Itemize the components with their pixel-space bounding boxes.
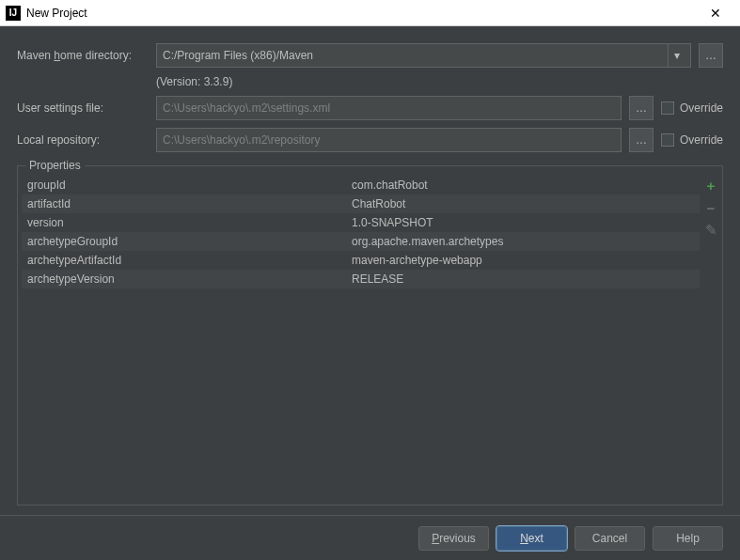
prop-val: com.chatRobot: [352, 179, 694, 192]
row-maven-home: Maven home directory: C:/Program Files (…: [17, 43, 723, 68]
row-version: (Version: 3.3.9): [17, 75, 723, 88]
prop-key: archetypeGroupId: [27, 235, 352, 248]
properties-toolbar: + − ✎: [700, 166, 722, 505]
add-icon[interactable]: +: [703, 178, 718, 193]
cancel-button[interactable]: Cancel: [575, 526, 645, 551]
checkbox-icon: [661, 133, 674, 147]
user-settings-value: C:\Users\hackyo\.m2\settings.xml: [163, 101, 330, 115]
table-row[interactable]: archetypeArtifactId maven-archetype-weba…: [22, 251, 700, 270]
prop-val: maven-archetype-webapp: [352, 254, 694, 267]
dialog-content: Maven home directory: C:/Program Files (…: [0, 26, 740, 515]
window-title: New Project: [26, 7, 697, 20]
table-row[interactable]: archetypeVersion RELEASE: [22, 270, 700, 288]
app-icon: IJ: [6, 6, 21, 21]
maven-home-combo[interactable]: C:/Program Files (x86)/Maven ▾: [156, 43, 691, 68]
local-repo-label: Local repository:: [17, 133, 149, 147]
titlebar: IJ New Project ✕: [0, 0, 740, 26]
user-settings-browse-button[interactable]: …: [629, 96, 653, 120]
row-user-settings: User settings file: C:\Users\hackyo\.m2\…: [17, 96, 723, 120]
prop-key: archetypeVersion: [27, 272, 352, 286]
prop-key: artifactId: [27, 197, 352, 210]
user-settings-label: User settings file:: [17, 101, 149, 115]
edit-icon[interactable]: ✎: [703, 223, 718, 238]
table-row[interactable]: archetypeGroupId org.apache.maven.archet…: [22, 232, 700, 251]
local-repo-override-checkbox[interactable]: Override: [661, 133, 723, 147]
dialog-footer: Previous Next Cancel Help: [0, 515, 740, 560]
local-repo-input[interactable]: C:\Users\hackyo\.m2\repository: [156, 128, 622, 152]
maven-home-browse-button[interactable]: …: [699, 43, 723, 68]
prop-val: 1.0-SNAPSHOT: [352, 216, 694, 229]
previous-button[interactable]: Previous: [418, 526, 489, 551]
prop-key: groupId: [27, 179, 352, 192]
next-button[interactable]: Next: [496, 526, 567, 551]
checkbox-icon: [661, 101, 674, 115]
maven-home-value: C:/Program Files (x86)/Maven: [163, 49, 662, 62]
maven-home-label: Maven home directory:: [17, 49, 149, 62]
properties-table[interactable]: groupId com.chatRobot artifactId ChatRob…: [22, 176, 700, 501]
local-repo-value: C:\Users\hackyo\.m2\repository: [163, 133, 320, 147]
prop-key: archetypeArtifactId: [27, 254, 352, 267]
close-button[interactable]: ✕: [697, 0, 734, 26]
properties-group: Properties groupId com.chatRobot artifac…: [17, 165, 723, 506]
maven-version-text: (Version: 3.3.9): [156, 75, 232, 88]
table-row[interactable]: version 1.0-SNAPSHOT: [22, 213, 700, 232]
row-local-repo: Local repository: C:\Users\hackyo\.m2\re…: [17, 128, 723, 152]
table-row[interactable]: artifactId ChatRobot: [22, 194, 700, 213]
table-row[interactable]: groupId com.chatRobot: [22, 176, 700, 194]
properties-legend: Properties: [25, 159, 85, 172]
prop-val: RELEASE: [352, 272, 694, 286]
override-label: Override: [680, 101, 723, 115]
chevron-down-icon[interactable]: ▾: [668, 44, 685, 67]
override-label: Override: [680, 133, 723, 147]
local-repo-browse-button[interactable]: …: [629, 128, 653, 152]
prop-val: ChatRobot: [352, 197, 694, 210]
remove-icon[interactable]: −: [703, 200, 718, 215]
prop-key: version: [27, 216, 352, 229]
user-settings-override-checkbox[interactable]: Override: [661, 101, 723, 115]
user-settings-input[interactable]: C:\Users\hackyo\.m2\settings.xml: [156, 96, 622, 120]
help-button[interactable]: Help: [653, 526, 723, 551]
prop-val: org.apache.maven.archetypes: [352, 235, 694, 248]
